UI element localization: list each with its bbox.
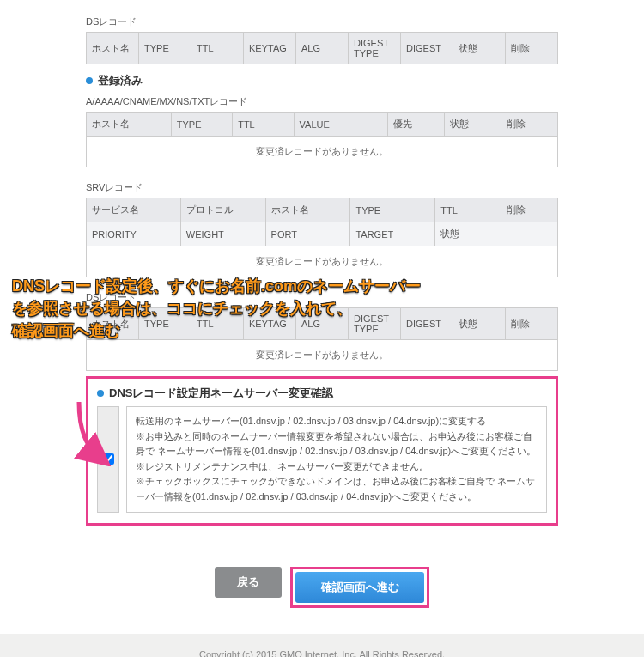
a-col-ttl: TTL [233, 113, 294, 137]
a-empty-message: 変更済レコードがありません。 [87, 137, 558, 167]
ds2-empty-message: 変更済レコードがありません。 [87, 340, 558, 371]
confirm-highlight-box: 確認画面へ進む [290, 567, 429, 608]
srv-col-service: サービス名 [87, 198, 181, 222]
ns-note-2: ※レジストリメンテナンス中は、ネームサーバー変更ができません。 [136, 459, 538, 475]
srv-col-delete: 削除 [501, 198, 558, 222]
nameserver-description: 転送用のネームサーバー(01.dnsv.jp / 02.dnsv.jp / 03… [126, 406, 547, 513]
col-keytag: KEYTAG [244, 33, 296, 64]
footer-copyright: Copyright (c) 2015 GMO Internet, Inc. Al… [0, 634, 644, 657]
col-host: ホスト名 [87, 33, 139, 64]
a-col-priority: 優先 [388, 113, 445, 137]
ns-line-1: 転送用のネームサーバー(01.dnsv.jp / 02.dnsv.jp / 03… [136, 414, 538, 429]
srv-empty-message: 変更済レコードがありません。 [87, 246, 558, 277]
col-digest: DIGEST [401, 33, 453, 64]
col-digest-type: DIGEST TYPE [349, 33, 401, 64]
srv-col-target: TARGET [350, 222, 435, 246]
srv-record-table: サービス名 プロトコル ホスト名 TYPE TTL 削除 PRIORITY WE… [86, 198, 558, 277]
registered-heading: 登録済み [86, 73, 558, 88]
ds2-col-ttl: TTL [191, 308, 244, 340]
col-status: 状態 [453, 33, 506, 64]
srv-col-blank [501, 222, 558, 246]
nameserver-confirm-section: DNSレコード設定用ネームサーバー変更確認 転送用のネームサーバー(01.dns… [86, 376, 558, 526]
ds2-record-label: DSレコード [86, 291, 558, 304]
col-delete: 削除 [506, 33, 558, 64]
ds2-col-keytag: KEYTAG [244, 308, 296, 340]
nameserver-title: DNSレコード設定用ネームサーバー変更確認 [109, 386, 333, 401]
srv-col-weight: WEIGHT [180, 222, 265, 246]
ds2-col-status: 状態 [453, 308, 506, 340]
a-record-label: A/AAAA/CNAME/MX/NS/TXTレコード [86, 95, 558, 108]
srv-col-ttl: TTL [435, 198, 501, 222]
a-record-table: ホスト名 TYPE TTL VALUE 優先 状態 削除 変更済レコードがありま… [86, 112, 558, 167]
a-col-type: TYPE [171, 113, 232, 137]
ds2-col-host: ホスト名 [87, 308, 139, 340]
registered-title-text: 登録済み [98, 73, 143, 88]
srv-col-status: 状態 [435, 222, 501, 246]
srv-col-host: ホスト名 [265, 198, 350, 222]
a-col-status: 状態 [445, 113, 501, 137]
ds2-record-table: ホスト名 TYPE TTL KEYTAG ALG DIGEST TYPE DIG… [86, 307, 558, 371]
ds2-col-delete: 削除 [506, 308, 558, 340]
ns-note-1: ※お申込みと同時のネームサーバー情報変更を希望されない場合は、お申込み後にお客様… [136, 429, 538, 459]
srv-col-protocol: プロトコル [180, 198, 265, 222]
srv-col-port: PORT [265, 222, 350, 246]
bullet-dot-icon [86, 77, 93, 84]
nameserver-change-checkbox[interactable] [103, 453, 114, 465]
bullet-dot-icon [97, 390, 104, 397]
col-ttl: TTL [191, 33, 244, 64]
srv-record-label: SRVレコード [86, 181, 558, 194]
a-col-delete: 削除 [501, 113, 558, 137]
ns-note-3: ※チェックボックスにチェックができないドメインは、お申込み後にお客様ご自身で ネ… [136, 474, 538, 504]
confirm-button[interactable]: 確認画面へ進む [295, 572, 424, 603]
a-col-value: VALUE [294, 113, 388, 137]
back-button[interactable]: 戻る [215, 567, 282, 598]
srv-col-type: TYPE [350, 198, 435, 222]
button-row: 戻る 確認画面へ進む [0, 543, 644, 634]
ds2-col-digest: DIGEST [401, 308, 453, 340]
col-alg: ALG [296, 33, 349, 64]
ds-record-table: ホスト名 TYPE TTL KEYTAG ALG DIGEST TYPE DIG… [86, 32, 558, 64]
col-type: TYPE [139, 33, 191, 64]
ds2-col-alg: ALG [296, 308, 349, 340]
srv-col-priority: PRIORITY [87, 222, 181, 246]
ds-record-label: DSレコード [86, 15, 558, 28]
a-col-host: ホスト名 [87, 113, 172, 137]
ds2-col-digest-type: DIGEST TYPE [349, 308, 401, 340]
nameserver-checkbox-cell[interactable] [97, 406, 119, 513]
ds2-col-type: TYPE [139, 308, 191, 340]
